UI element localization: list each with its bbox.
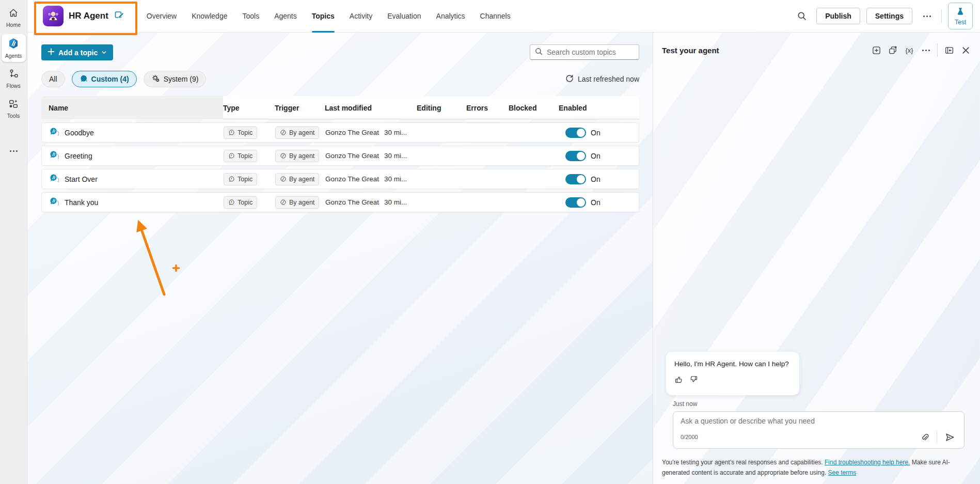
tab-knowledge[interactable]: Knowledge: [192, 0, 227, 33]
agent-identity[interactable]: HR Agent: [43, 6, 125, 26]
rail-item-home[interactable]: Home: [2, 4, 26, 31]
dock-panel-button[interactable]: [942, 43, 956, 57]
tab-topics[interactable]: Topics: [312, 0, 335, 33]
enabled-toggle[interactable]: [565, 197, 586, 208]
send-button[interactable]: [942, 430, 957, 444]
tab-channels[interactable]: Channels: [480, 0, 511, 33]
rail-item-tools[interactable]: Tools: [2, 95, 26, 122]
modified-time: 30 mi...: [384, 198, 407, 206]
tab-analytics[interactable]: Analytics: [436, 0, 465, 33]
refresh-icon: [565, 74, 574, 84]
rail-more-button[interactable]: [2, 147, 26, 155]
table-row[interactable]: Thank you Topic By agent Gonzo The Great…: [41, 192, 639, 212]
table-row[interactable]: Goodbye Topic By agent Gonzo The Great30…: [41, 122, 639, 143]
modified-time: 30 mi...: [384, 129, 407, 136]
copilot-studio-app: Home Agents Flows Tools: [0, 0, 980, 484]
filter-custom[interactable]: Custom (4): [72, 71, 137, 87]
thumbs-up-button[interactable]: [674, 375, 683, 385]
plus-icon: [48, 48, 55, 57]
type-badge: Topic: [224, 196, 257, 209]
flows-icon: [8, 69, 19, 81]
test-panel-title: Test your agent: [662, 46, 719, 55]
filter-system[interactable]: System (9): [144, 71, 207, 87]
enabled-label: On: [591, 152, 600, 160]
enabled-toggle[interactable]: [565, 174, 586, 184]
attach-file-button[interactable]: [917, 430, 931, 444]
trigger-badge: By agent: [275, 127, 319, 139]
chat-input[interactable]: [681, 417, 957, 425]
tab-tools[interactable]: Tools: [242, 0, 259, 33]
type-badge: Topic: [224, 127, 257, 139]
new-conversation-button[interactable]: [869, 43, 883, 57]
variables-icon: {x}: [905, 46, 913, 54]
rail-item-label: Flows: [6, 83, 20, 89]
column-header-trigger[interactable]: Trigger: [275, 96, 325, 119]
column-header-editing[interactable]: Editing: [417, 96, 466, 119]
chat-input-box[interactable]: 0/2000: [673, 411, 965, 449]
test-button[interactable]: Test: [948, 3, 973, 29]
trigger-badge: By agent: [275, 173, 319, 185]
tab-evaluation[interactable]: Evaluation: [387, 0, 421, 33]
thumbs-down-button[interactable]: [689, 375, 698, 385]
variables-button[interactable]: {x}: [902, 43, 916, 57]
topic-search-input[interactable]: [547, 48, 635, 56]
close-panel-button[interactable]: [958, 43, 973, 57]
column-header-name[interactable]: Name: [41, 96, 223, 119]
filter-all[interactable]: All: [41, 71, 65, 87]
add-topic-button[interactable]: Add a topic: [41, 44, 113, 60]
modified-time: 30 mi...: [384, 175, 407, 183]
agent-name: HR Agent: [69, 11, 108, 21]
topic-filters: All Custom (4) System (9): [41, 71, 206, 87]
topics-table: Name Type Trigger Last modified Editing …: [41, 96, 639, 212]
modified-by: Gonzo The Great: [325, 129, 379, 136]
topic-icon: [49, 196, 59, 208]
trigger-badge: By agent: [275, 196, 319, 209]
enabled-toggle[interactable]: [565, 128, 586, 138]
tab-agents[interactable]: Agents: [274, 0, 297, 33]
enabled-toggle[interactable]: [565, 151, 586, 161]
column-header-last-modified[interactable]: Last modified: [325, 96, 417, 119]
message-timestamp: Just now: [673, 400, 697, 408]
publish-button[interactable]: Publish: [816, 8, 860, 24]
flask-icon: [956, 7, 965, 18]
topic-search-box[interactable]: [530, 44, 639, 60]
add-topic-label: Add a topic: [58, 49, 98, 57]
table-header: Name Type Trigger Last modified Editing …: [41, 96, 639, 119]
column-header-type[interactable]: Type: [223, 96, 275, 119]
table-row[interactable]: Greeting Topic By agent Gonzo The Great3…: [41, 146, 639, 166]
agent-avatar: [43, 6, 64, 26]
global-search-button[interactable]: [794, 8, 810, 24]
table-row[interactable]: Start Over Topic By agent Gonzo The Grea…: [41, 169, 639, 189]
divider: [941, 9, 942, 23]
divider: [937, 431, 937, 443]
see-terms-link[interactable]: See terms: [828, 469, 857, 476]
troubleshooting-link[interactable]: Find troubleshooting help here.: [825, 459, 910, 466]
topbar-more-button[interactable]: [919, 8, 935, 24]
gear-minus-icon: [151, 74, 160, 84]
refresh-status[interactable]: Last refreshed now: [565, 74, 639, 84]
edit-agent-icon[interactable]: [114, 9, 125, 23]
tools-icon: [8, 99, 19, 111]
topbar-actions: Publish Settings Test: [794, 3, 980, 29]
filter-custom-label: Custom (4): [91, 75, 129, 83]
tab-activity[interactable]: Activity: [350, 0, 372, 33]
panel-more-button[interactable]: [919, 43, 933, 57]
settings-button[interactable]: Settings: [866, 8, 912, 24]
type-badge: Topic: [224, 173, 257, 185]
column-header-errors[interactable]: Errors: [466, 96, 509, 119]
activity-map-button[interactable]: [886, 43, 900, 57]
agent-nav-tabs: Overview Knowledge Tools Agents Topics A…: [147, 0, 511, 33]
topic-icon: [49, 173, 59, 185]
test-button-label: Test: [955, 19, 966, 26]
rail-item-label: Agents: [5, 53, 22, 59]
modified-by: Gonzo The Great: [325, 152, 379, 160]
rail-item-agents[interactable]: Agents: [2, 34, 26, 62]
agent-message-text: Hello, I'm HR Agent. How can I help?: [674, 360, 792, 369]
more-icon: [10, 150, 18, 152]
rail-item-label: Home: [6, 22, 21, 28]
tab-overview[interactable]: Overview: [147, 0, 177, 33]
column-header-enabled[interactable]: Enabled: [559, 96, 639, 119]
chevron-down-icon: [101, 49, 107, 57]
rail-item-flows[interactable]: Flows: [2, 65, 26, 92]
column-header-blocked[interactable]: Blocked: [509, 96, 559, 119]
